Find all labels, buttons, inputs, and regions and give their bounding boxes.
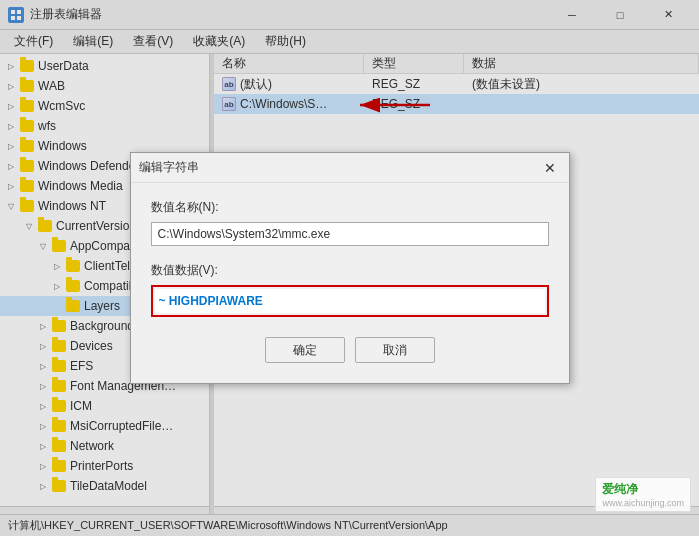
value-input[interactable]	[155, 289, 545, 313]
value-input-container	[151, 285, 549, 317]
dialog-overlay: 编辑字符串 ✕ 数值名称(N): 数值数据(V): 确定 取消	[0, 0, 699, 536]
edit-string-dialog: 编辑字符串 ✕ 数值名称(N): 数值数据(V): 确定 取消	[130, 152, 570, 384]
watermark-brand: 爱纯净	[602, 481, 684, 498]
cancel-button[interactable]: 取消	[355, 337, 435, 363]
name-input[interactable]	[151, 222, 549, 246]
dialog-titlebar: 编辑字符串 ✕	[131, 153, 569, 183]
value-label: 数值数据(V):	[151, 262, 549, 279]
dialog-body: 数值名称(N): 数值数据(V): 确定 取消	[131, 183, 569, 383]
name-label: 数值名称(N):	[151, 199, 549, 216]
dialog-buttons: 确定 取消	[151, 337, 549, 367]
dialog-close-button[interactable]: ✕	[539, 157, 561, 179]
ok-button[interactable]: 确定	[265, 337, 345, 363]
watermark: 爱纯净 www.aichunjing.com	[595, 477, 691, 512]
dialog-title: 编辑字符串	[139, 159, 199, 176]
watermark-url: www.aichunjing.com	[602, 498, 684, 508]
